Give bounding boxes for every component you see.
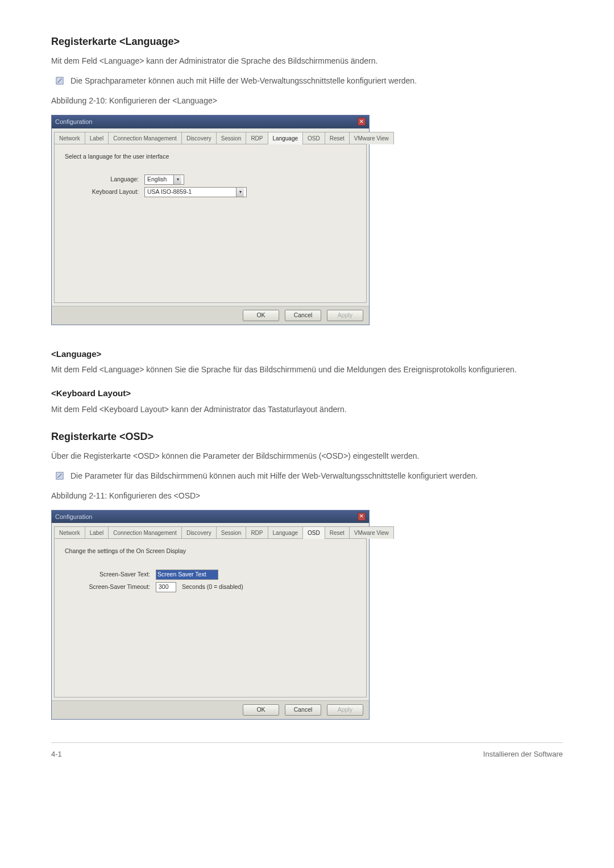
ok-button[interactable]: OK [243,310,279,321]
cancel-button[interactable]: Cancel [285,704,321,716]
dialog-titlebar: Configuration ✕ [52,510,369,524]
page-footer: 4-1 Installieren der Software [51,742,563,760]
screensaver-text-input[interactable]: Screen Saver Text [156,570,218,580]
subtext-keyboard: Mit dem Feld <Keyboard Layout> kann der … [51,404,563,416]
dialog-footer-1: OK Cancel Apply [52,306,369,325]
section-title-osd: Registerkarte <OSD> [51,429,563,445]
note-language: Die Sprachparameter können auch mit Hilf… [56,75,563,87]
tab-osd[interactable]: OSD [302,132,325,144]
note-icon [56,77,64,85]
dialog-tabs-2: NetworkLabelConnection ManagementDiscove… [52,523,369,539]
chevron-down-icon: ▾ [173,175,181,184]
note-text: Die Parameter für das Bildschirmmenü kön… [70,470,478,482]
figure-caption-2: Abbildung 2-11: Konfigurieren des <OSD> [51,490,563,502]
ok-button[interactable]: OK [243,704,279,716]
apply-button[interactable]: Apply [327,310,363,321]
dialog-body-1: Select a language for the user interface… [54,144,367,303]
tab-vmware-view[interactable]: VMware View [349,132,394,144]
subheading-keyboard: <Keyboard Layout> [51,387,563,400]
tab-label[interactable]: Label [85,132,109,144]
tab-discovery[interactable]: Discovery [181,526,217,539]
tab-session[interactable]: Session [216,526,247,539]
tab-label[interactable]: Label [85,526,109,539]
section-intro-language: Mit dem Feld <Language> kann der Adminis… [51,55,563,67]
close-icon[interactable]: ✕ [358,513,366,521]
page-number: 4-1 [51,749,62,760]
language-select[interactable]: English ▾ [144,175,184,185]
section-title-language: Registerkarte <Language> [51,34,563,49]
close-icon[interactable]: ✕ [358,118,366,126]
note-icon [56,472,64,480]
figure-caption-1: Abbildung 2-10: Konfigurieren der <Langu… [51,95,563,107]
language-label: Language: [65,175,144,184]
dialog-tabs-1: NetworkLabelConnection ManagementDiscove… [52,128,369,144]
tab-vmware-view[interactable]: VMware View [349,526,394,539]
tab-connection-management[interactable]: Connection Management [108,132,182,144]
tab-discovery[interactable]: Discovery [181,132,217,144]
language-value: English [147,175,173,184]
dialog-body-2: Change the settings of the On Screen Dis… [54,538,367,697]
keyboard-layout-label: Keyboard Layout: [65,188,144,197]
dialog-osd: Configuration ✕ NetworkLabelConnection M… [51,510,370,720]
tab-network[interactable]: Network [54,132,85,144]
screensaver-text-label: Screen-Saver Text: [65,570,156,579]
chevron-down-icon: ▾ [236,188,244,197]
screensaver-timeout-suffix: Seconds (0 = disabled) [182,583,243,592]
cancel-button[interactable]: Cancel [285,310,321,321]
subtext-language: Mit dem Feld <Language> können Sie die S… [51,364,563,376]
screensaver-text-value: Screen Saver Text [156,570,218,579]
tab-language[interactable]: Language [268,526,304,539]
tab-connection-management[interactable]: Connection Management [108,526,182,539]
dialog-title: Configuration [55,512,92,522]
tab-network[interactable]: Network [54,526,85,539]
dialog-language: Configuration ✕ NetworkLabelConnection M… [51,115,370,325]
keyboard-layout-select[interactable]: USA ISO-8859-1 ▾ [144,187,247,197]
subheading-language: <Language> [51,348,563,361]
tab-rdp[interactable]: RDP [246,132,268,144]
keyboard-layout-value: USA ISO-8859-1 [147,188,236,197]
tab-language[interactable]: Language [268,132,304,144]
tab-reset[interactable]: Reset [325,526,350,539]
note-text: Die Sprachparameter können auch mit Hilf… [70,75,417,87]
apply-button[interactable]: Apply [327,704,363,716]
section-intro-osd: Über die Registerkarte <OSD> können die … [51,450,563,462]
note-osd: Die Parameter für das Bildschirmmenü kön… [56,470,563,482]
tab-session[interactable]: Session [216,132,247,144]
dialog-instruction-1: Select a language for the user interface [65,152,356,161]
tab-osd[interactable]: OSD [302,526,325,539]
dialog-instruction-2: Change the settings of the On Screen Dis… [65,547,356,556]
screensaver-timeout-input[interactable]: 300 [156,582,176,592]
dialog-footer-2: OK Cancel Apply [52,700,369,719]
dialog-titlebar: Configuration ✕ [52,115,369,128]
screensaver-timeout-value: 300 [159,583,169,592]
tab-reset[interactable]: Reset [325,132,350,144]
dialog-title: Configuration [55,117,92,127]
tab-rdp[interactable]: RDP [246,526,268,539]
footer-title: Installieren der Software [483,749,563,760]
screensaver-timeout-label: Screen-Saver Timeout: [65,583,156,592]
